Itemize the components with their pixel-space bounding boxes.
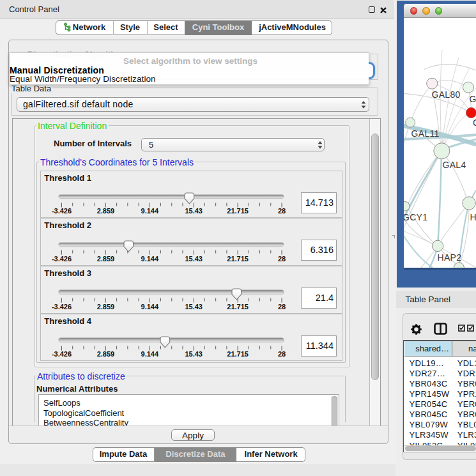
svg-text:C: C — [473, 117, 476, 127]
svg-text:G.: G. — [469, 93, 476, 104]
svg-text:GAL4: GAL4 — [442, 159, 466, 169]
svg-text:GCY1: GCY1 — [404, 211, 427, 222]
svg-text:HAP2: HAP2 — [437, 252, 461, 262]
svg-text:GAL80: GAL80 — [431, 89, 460, 100]
svg-text:H: H — [470, 211, 476, 222]
svg-text:GAL11: GAL11 — [411, 128, 439, 139]
